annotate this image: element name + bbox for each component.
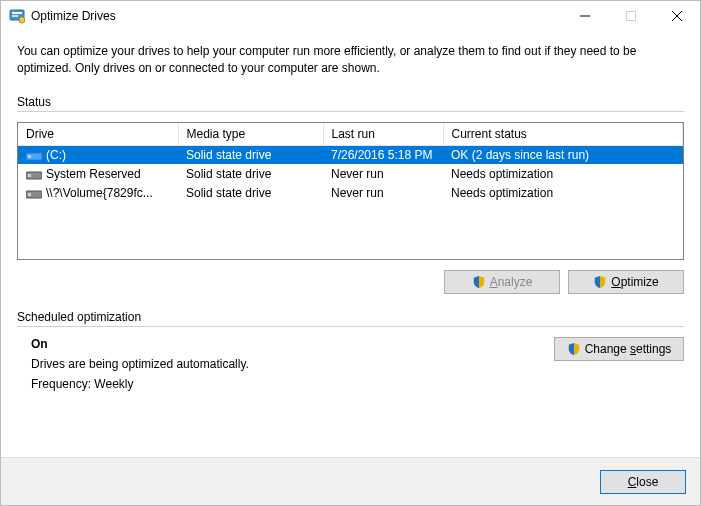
description-text: You can optimize your drives to help you… xyxy=(17,43,684,77)
drive-name: \\?\Volume{7829fc... xyxy=(46,186,153,200)
current-status: OK (2 days since last run) xyxy=(443,145,683,164)
change-settings-button[interactable]: Change settings xyxy=(554,337,684,361)
drive-icon xyxy=(26,150,42,160)
close-label: Close xyxy=(628,475,659,489)
table-row[interactable]: System ReservedSolid state driveNever ru… xyxy=(18,164,683,183)
drive-icon xyxy=(26,188,42,198)
shield-icon xyxy=(472,275,486,289)
scheduled-desc: Drives are being optimized automatically… xyxy=(31,357,534,371)
svg-rect-9 xyxy=(28,155,31,158)
shield-icon xyxy=(593,275,607,289)
analyze-label: Analyze xyxy=(490,275,533,289)
svg-rect-1 xyxy=(12,12,22,14)
svg-rect-2 xyxy=(12,15,18,17)
status-section-label: Status xyxy=(17,95,684,109)
table-row[interactable]: \\?\Volume{7829fc...Solid state driveNev… xyxy=(18,183,683,202)
maximize-button xyxy=(608,1,654,31)
shield-icon xyxy=(567,342,581,356)
media-type: Solid state drive xyxy=(178,164,323,183)
svg-rect-11 xyxy=(28,174,31,177)
minimize-button[interactable] xyxy=(562,1,608,31)
svg-point-3 xyxy=(19,17,25,23)
bottom-bar: Close xyxy=(1,457,700,505)
scheduled-frequency: Frequency: Weekly xyxy=(31,377,534,391)
table-header-row[interactable]: Drive Media type Last run Current status xyxy=(18,123,683,146)
optimize-label: Optimize xyxy=(611,275,658,289)
titlebar[interactable]: Optimize Drives xyxy=(1,1,700,31)
optimize-button[interactable]: Optimize xyxy=(568,270,684,294)
col-media[interactable]: Media type xyxy=(178,123,323,146)
media-type: Solid state drive xyxy=(178,145,323,164)
media-type: Solid state drive xyxy=(178,183,323,202)
svg-rect-13 xyxy=(28,193,31,196)
divider xyxy=(17,326,684,327)
col-drive[interactable]: Drive xyxy=(18,123,178,146)
current-status: Needs optimization xyxy=(443,164,683,183)
divider xyxy=(17,111,684,112)
scheduled-section-label: Scheduled optimization xyxy=(17,310,684,324)
close-window-button[interactable] xyxy=(654,1,700,31)
table-row[interactable]: (C:)Solid state drive7/26/2016 5:18 PMOK… xyxy=(18,145,683,164)
col-lastrun[interactable]: Last run xyxy=(323,123,443,146)
drive-name: System Reserved xyxy=(46,167,141,181)
scheduled-on: On xyxy=(31,337,534,351)
last-run: Never run xyxy=(323,183,443,202)
col-status[interactable]: Current status xyxy=(443,123,683,146)
current-status: Needs optimization xyxy=(443,183,683,202)
last-run: Never run xyxy=(323,164,443,183)
analyze-button: Analyze xyxy=(444,270,560,294)
app-icon xyxy=(9,8,25,24)
last-run: 7/26/2016 5:18 PM xyxy=(323,145,443,164)
change-settings-label: Change settings xyxy=(585,342,672,356)
drive-icon xyxy=(26,169,42,179)
close-button[interactable]: Close xyxy=(600,470,686,494)
svg-rect-5 xyxy=(627,12,636,21)
drives-table[interactable]: Drive Media type Last run Current status… xyxy=(17,122,684,260)
window-title: Optimize Drives xyxy=(31,9,562,23)
drive-name: (C:) xyxy=(46,148,66,162)
